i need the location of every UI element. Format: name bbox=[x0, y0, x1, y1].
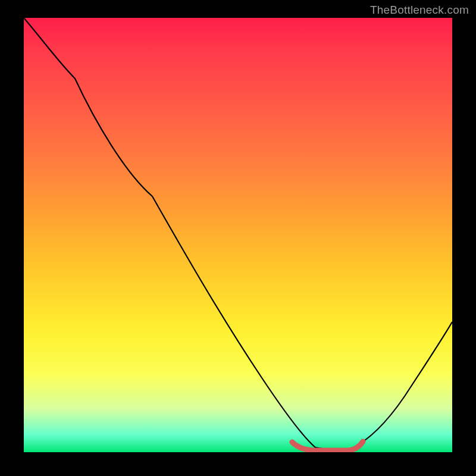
chart-frame: TheBottleneck.com bbox=[0, 0, 476, 476]
watermark-text: TheBottleneck.com bbox=[370, 4, 469, 17]
bottleneck-curve bbox=[24, 18, 452, 450]
optimal-range-marker bbox=[292, 441, 363, 450]
plot-area bbox=[24, 18, 452, 452]
curve-layer bbox=[24, 18, 452, 452]
